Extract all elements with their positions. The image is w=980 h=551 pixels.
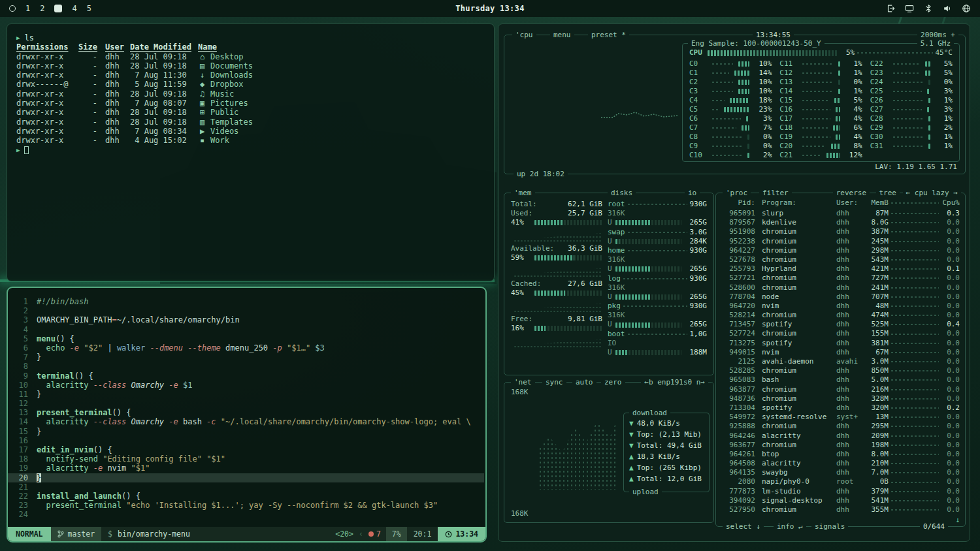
header-user[interactable]: User:: [831, 198, 862, 208]
mem-box-title[interactable]: 'mem: [511, 188, 535, 198]
process-row[interactable]: 951908chromiumdhh387M0.0: [721, 227, 960, 236]
net-zero-toggle[interactable]: zero: [601, 377, 625, 387]
editor-line[interactable]: 5menu() {: [8, 334, 484, 343]
process-row[interactable]: 527724chromiumdhh155M0.0: [721, 329, 960, 338]
process-row[interactable]: 952238chromiumdhh245M0.0: [721, 237, 960, 246]
process-row[interactable]: 964720nvimdhh48M0.0: [721, 302, 960, 311]
net-interface[interactable]: ←b enp191s0 n→: [641, 377, 708, 387]
header-program[interactable]: Program:: [755, 198, 831, 208]
process-row[interactable]: 964246alacrittydhh209M0.0: [721, 432, 960, 441]
editor-buffer[interactable]: 1#!/bin/bash23OMARCHY_BIN_PATH=~/.local/…: [8, 297, 484, 526]
tree-toggle[interactable]: tree: [876, 188, 900, 198]
net-sync-toggle[interactable]: sync: [542, 377, 566, 387]
process-row[interactable]: 925888chromiumdhh295M0.0: [721, 422, 960, 431]
preset-button[interactable]: preset *: [588, 30, 629, 40]
process-row[interactable]: 2125avahi-daemonavahi3.0M0.0: [721, 357, 960, 366]
bluetooth-icon[interactable]: [924, 4, 933, 13]
volume-icon[interactable]: [943, 4, 952, 13]
reverse-toggle[interactable]: reverse: [833, 188, 870, 198]
editor-line[interactable]: 18 notify-send "Editing config file" "$1…: [8, 454, 484, 464]
editor-line[interactable]: 16: [8, 436, 484, 445]
logout-icon[interactable]: [886, 4, 895, 13]
editor-line[interactable]: 2: [8, 306, 484, 315]
globe-icon[interactable]: [962, 4, 971, 13]
editor-line[interactable]: 19 alacritty -e nvim "$1": [8, 464, 484, 473]
work-icon: ▪: [198, 136, 206, 145]
editor-line[interactable]: 14 alacritty --class Omarchy -e bash -c …: [8, 417, 484, 426]
process-row[interactable]: 963877chromiumdhh216M0.0: [721, 385, 960, 394]
editor-line[interactable]: 3OMARCHY_BIN_PATH=~/.local/share/omarchy…: [8, 315, 484, 324]
editor-line[interactable]: 13present_terminal() {: [8, 408, 484, 417]
editor-window-nvim[interactable]: 1#!/bin/bash23OMARCHY_BIN_PATH=~/.local/…: [7, 287, 487, 543]
process-row[interactable]: 528285chromiumdhh850M0.0: [721, 366, 960, 375]
terminal-window-ls[interactable]: ▶ ls Permissions Size User Date Modified…: [7, 24, 495, 281]
workspace-button[interactable]: 2: [40, 4, 44, 13]
process-row[interactable]: 527678chromiumdhh543M0.0: [721, 255, 960, 264]
editor-line[interactable]: 7}: [8, 353, 484, 362]
editor-line[interactable]: 6 echo -e "$2" | walker --dmenu --theme …: [8, 343, 484, 353]
process-row[interactable]: 948736chromiumdhh328M0.0: [721, 394, 960, 403]
editor-line[interactable]: 4: [8, 325, 484, 334]
process-row[interactable]: 394092signal-desktopdhh541M0.0: [721, 496, 960, 505]
workspace-active-indicator[interactable]: [54, 5, 62, 12]
header-cpu[interactable]: Cpu%: [941, 198, 960, 208]
editor-line[interactable]: 1#!/bin/bash: [8, 297, 484, 306]
editor-line[interactable]: 22install_and_launch() {: [8, 492, 484, 501]
process-row[interactable]: 549972systemd-resolvesyst+13M0.0: [721, 413, 960, 422]
editor-line[interactable]: 23 present_terminal "echo 'Installing $1…: [8, 501, 484, 510]
process-row[interactable]: 964227chromiumdhh298M0.0: [721, 246, 960, 255]
net-box-title[interactable]: 'net: [511, 377, 535, 387]
process-row[interactable]: 528214chromiumdhh474M0.0: [721, 311, 960, 320]
system-tray[interactable]: [886, 4, 971, 13]
editor-line[interactable]: 21: [8, 482, 484, 492]
editor-line[interactable]: 12: [8, 399, 484, 408]
editor-line[interactable]: 24: [8, 510, 484, 519]
header-pid[interactable]: Pid:: [721, 198, 755, 208]
io-toggle[interactable]: io: [685, 188, 700, 198]
process-row[interactable]: 879567kdenlivedhh8.0G0.0: [721, 218, 960, 227]
workspace-button[interactable]: 1: [25, 4, 30, 13]
editor-line[interactable]: 8: [8, 362, 484, 371]
header-memb[interactable]: MemB: [862, 198, 889, 208]
disks-toggle[interactable]: disks: [608, 188, 636, 198]
process-row[interactable]: 528600chromiumdhh241M0.0: [721, 283, 960, 292]
process-row[interactable]: 778704nodedhh707M0.0: [721, 292, 960, 302]
process-row[interactable]: 965091slurpdhh87M0.3: [721, 209, 960, 218]
select-hint[interactable]: select ↓: [723, 522, 764, 531]
editor-line[interactable]: 11}: [8, 390, 484, 399]
proc-box-title[interactable]: 'proc: [723, 188, 751, 198]
editor-line[interactable]: 9terminal() {: [8, 371, 484, 381]
process-row[interactable]: 964261btopdhh8.0M0.0: [721, 450, 960, 459]
proc-sort-nav[interactable]: ← cpu lazy →: [903, 188, 961, 198]
process-row[interactable]: 713457spotifydhh525M0.4: [721, 320, 960, 329]
process-row[interactable]: 777873lm-studiodhh379M0.0: [721, 487, 960, 496]
process-row[interactable]: 2080napi/phy0-0root0B0.0: [721, 477, 960, 486]
info-hint[interactable]: info ↵: [774, 522, 806, 531]
workspace-button[interactable]: 5: [87, 4, 91, 13]
editor-line[interactable]: 15}: [8, 427, 484, 436]
cpu-box-title[interactable]: 'cpu: [512, 30, 536, 40]
process-row[interactable]: 965083bashdhh5.0M0.0: [721, 375, 960, 385]
editor-line[interactable]: 17edit_in_nvim() {: [8, 445, 484, 454]
workspace-switcher[interactable]: 1245: [9, 4, 91, 13]
btop-window[interactable]: 'cpu menu preset * 13:34:55 2000ms + Eng…: [498, 24, 970, 542]
process-row[interactable]: 963677chromiumdhh198M0.0: [721, 441, 960, 450]
scroll-down-indicator[interactable]: ↓: [955, 516, 960, 525]
editor-line[interactable]: 20}: [8, 473, 484, 482]
process-row[interactable]: 964135swaybgdhh7.0M0.0: [721, 468, 960, 477]
workspace-circle-icon[interactable]: [9, 5, 16, 12]
process-row[interactable]: 527950chromiumdhh355M0.0: [721, 505, 960, 514]
process-row[interactable]: 713304spotifydhh320M0.2: [721, 403, 960, 413]
signals-hint[interactable]: signals: [811, 522, 848, 531]
workspace-button[interactable]: 4: [72, 4, 76, 13]
screencast-icon[interactable]: [905, 4, 914, 13]
menu-button[interactable]: menu: [550, 30, 574, 40]
editor-line[interactable]: 10 alacritty --class Omarchy -e $1: [8, 381, 484, 390]
net-auto-toggle[interactable]: auto: [572, 377, 596, 387]
filter-button[interactable]: filter: [759, 188, 792, 198]
process-row[interactable]: 713275spotifydhh381M0.0: [721, 339, 960, 348]
process-row[interactable]: 527721chromiumdhh727M0.0: [721, 274, 960, 283]
process-row[interactable]: 949015nvimdhh67M0.0: [721, 348, 960, 357]
process-row[interactable]: 964508alacrittydhh210M0.0: [721, 459, 960, 468]
process-row[interactable]: 255793Hyprlanddhh421M0.1: [721, 264, 960, 274]
